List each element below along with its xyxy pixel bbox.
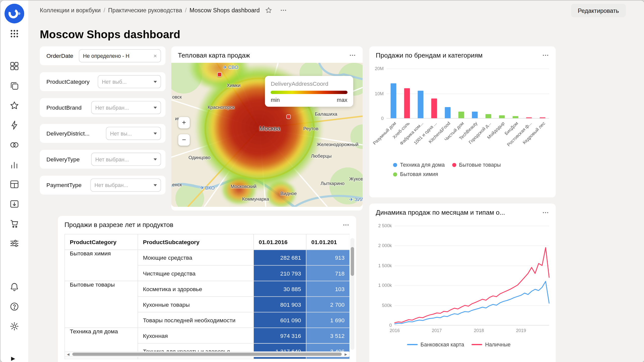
- apps-grid-icon[interactable]: [10, 29, 19, 38]
- datalens-logo[interactable]: [5, 4, 24, 23]
- breadcrumb-menu-icon[interactable]: •••: [281, 8, 287, 12]
- table-vertical-scrollbar[interactable]: [350, 238, 354, 350]
- breadcrumb-separator: /: [182, 7, 189, 14]
- dashboard-grid-icon: [10, 179, 19, 189]
- bar-category-labels: Разумный домХлеб-сольФабрика ком...1001 …: [386, 118, 556, 160]
- line-plot: 2 500k2 000k1 500k1 000k500k0: [395, 226, 549, 325]
- breadcrumb-collections[interactable]: Коллекции и воркбуки: [40, 7, 101, 14]
- h-scroll-thumb[interactable]: [72, 352, 342, 356]
- nav-favorites[interactable]: [6, 97, 22, 114]
- filter-select[interactable]: Нет выбран...: [91, 153, 161, 166]
- collections-icon: [10, 81, 19, 91]
- map-label: Химки: [227, 83, 240, 88]
- v-scroll-thumb[interactable]: [351, 247, 354, 276]
- legend-item[interactable]: Техника для дома: [393, 160, 445, 169]
- nav-storage[interactable]: [6, 196, 22, 212]
- nav-services[interactable]: [6, 235, 22, 252]
- line-chart-legend: Банковская картаНаличные: [369, 340, 556, 347]
- y-axis-tick: 1 500k: [378, 263, 392, 268]
- legend-item[interactable]: Бытовые товары: [452, 160, 501, 169]
- table-header-cell: ProductSubcategory: [138, 234, 254, 250]
- bar-Мойдодыр[interactable]: [499, 115, 505, 118]
- filter-value: Нет выбран...: [95, 156, 129, 162]
- bar-Чистый дом[interactable]: [458, 112, 464, 118]
- category-cell: Бытовая химия: [65, 250, 138, 281]
- filter-label: DeliveryDistrict...: [46, 130, 89, 137]
- topbar: Коллекции и воркбуки / Практические руко…: [28, 1, 644, 20]
- filter-select[interactable]: Нет выбран...: [90, 178, 161, 192]
- bar-chart-menu-icon[interactable]: •••: [543, 53, 549, 57]
- nav-datasets[interactable]: [6, 137, 22, 153]
- heatmap-map[interactable]: ✈ СВОХимкиовскКрасногорскиноМоскваБалаши…: [171, 63, 363, 207]
- value-cell-2016: 601 090: [254, 312, 306, 328]
- legend-item[interactable]: Бытовая химия: [393, 170, 438, 179]
- table-header-cell: 01.01.2016: [254, 234, 306, 250]
- filter-label: OrderDate: [46, 53, 73, 59]
- nav-settings[interactable]: [6, 318, 22, 334]
- breadcrumb-guides[interactable]: Практические руководства: [108, 7, 182, 14]
- page-title: Moscow Shops dashboard: [40, 28, 180, 41]
- legend-min-label: min: [271, 97, 280, 103]
- gridline: [386, 93, 549, 94]
- nav-marketplace[interactable]: [6, 215, 22, 232]
- bar-Kitchen&Food[interactable]: [445, 107, 450, 118]
- bar-БиоДом[interactable]: [512, 116, 518, 118]
- bar-1001 и одна ...[interactable]: [431, 98, 437, 118]
- line-chart-card: Динамика продаж по месяцам и типам о... …: [369, 204, 556, 362]
- map-label: Коммунарка: [242, 197, 269, 202]
- bell-icon: [10, 282, 19, 292]
- y-axis-tick: 500k: [382, 303, 392, 308]
- subcategory-cell: Моющие средства: [138, 250, 254, 265]
- table-menu-icon[interactable]: •••: [343, 223, 349, 227]
- map-label: ✈ ЗИА: [349, 197, 363, 203]
- legend-label: Техника для дома: [400, 160, 445, 169]
- y-axis-tick: 2 000k: [378, 243, 392, 248]
- heatmap-card: Тепловая карта продаж •••: [171, 46, 363, 210]
- subcategory-cell: Товары последней необходимости: [138, 312, 254, 328]
- bar-Фабрика ком...[interactable]: [418, 91, 423, 118]
- datasets-icon: [10, 140, 19, 150]
- nav-help[interactable]: [6, 298, 22, 315]
- table-row: Бытовая химияМоющие средства282 681913: [65, 250, 349, 265]
- table-horizontal-scrollbar[interactable]: ◀ ▶: [64, 351, 349, 357]
- heatmap-menu-icon[interactable]: •••: [350, 53, 356, 57]
- bar-TechBeauty[interactable]: [472, 112, 477, 118]
- sliders-icon: [10, 239, 19, 248]
- clear-filter-icon[interactable]: ×: [153, 53, 157, 59]
- zoom-in-button[interactable]: +: [178, 117, 190, 128]
- nav-dashboards[interactable]: [6, 176, 22, 192]
- nav-collections[interactable]: [6, 78, 22, 94]
- bar-Хлеб-соль[interactable]: [404, 88, 410, 118]
- line-chart-title: Динамика продаж по месяцам и типам о...: [376, 209, 505, 216]
- legend-label: Банковская карта: [421, 341, 464, 347]
- favorite-star-icon[interactable]: [265, 7, 272, 14]
- map-label: Москва: [259, 125, 280, 132]
- table-header-cell: 01.01.201: [306, 234, 349, 250]
- bar-Разумный дом[interactable]: [390, 83, 396, 118]
- map-label: ✈ СВО: [223, 64, 238, 70]
- x-axis-tick: 2017: [432, 328, 442, 333]
- nav-charts[interactable]: [6, 156, 22, 173]
- filter-select[interactable]: Нет вы...: [106, 127, 161, 140]
- filter-select[interactable]: Нет выб...: [98, 75, 161, 88]
- edit-button[interactable]: Редактировать: [571, 4, 626, 17]
- filter-value-field[interactable]: Не определено - Н×: [79, 49, 161, 62]
- nav-connections[interactable]: [6, 117, 22, 133]
- expand-sidebar-icon[interactable]: ▶: [11, 355, 15, 361]
- nav-widgets[interactable]: [6, 58, 22, 74]
- zoom-out-button[interactable]: −: [178, 134, 190, 146]
- scroll-left-icon[interactable]: ◀: [65, 352, 71, 356]
- value-cell-2016: 210 793: [254, 265, 306, 281]
- line-series-svg[interactable]: [395, 226, 549, 325]
- bar-Городской д...[interactable]: [485, 114, 491, 118]
- x-axis-tick: 2019: [516, 328, 526, 333]
- filter-select[interactable]: Нет выбран...: [91, 101, 161, 114]
- legend-item[interactable]: Наличные: [472, 341, 511, 347]
- x-axis-tick: 2018: [474, 328, 484, 333]
- nav-notifications[interactable]: [6, 279, 22, 295]
- value-cell-2017: 103: [306, 281, 349, 297]
- line-chart-menu-icon[interactable]: •••: [543, 211, 549, 215]
- legend-item[interactable]: Банковская карта: [407, 341, 464, 347]
- scroll-right-icon[interactable]: ▶: [343, 352, 349, 356]
- filter-value: Не определено - Н: [83, 53, 130, 59]
